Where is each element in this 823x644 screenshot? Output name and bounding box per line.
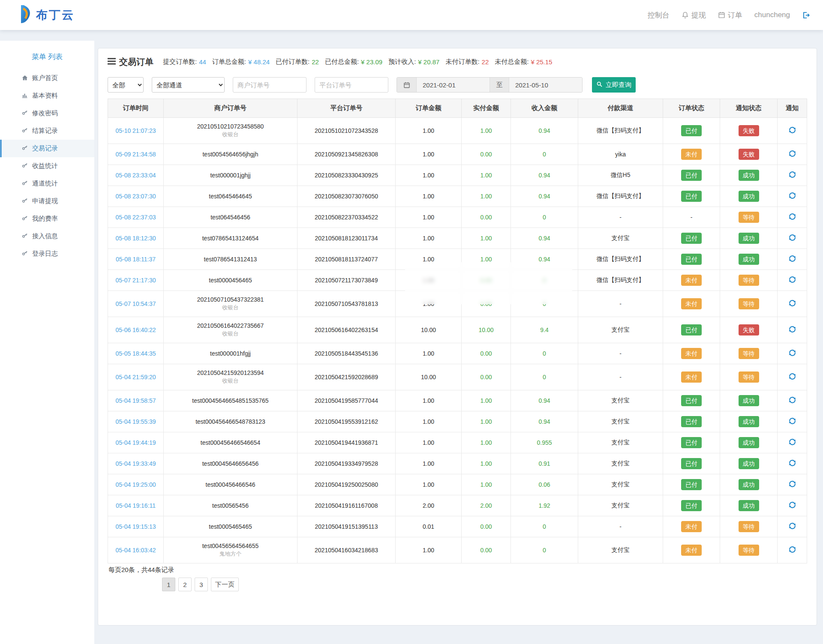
platform-order-input[interactable] [315, 77, 388, 93]
page-button-2[interactable]: 2 [178, 578, 192, 591]
notify-status-badge: 等待 [739, 545, 759, 556]
refresh-notify-button[interactable] [787, 479, 797, 490]
sidebar-item-交易记录[interactable]: 交易记录 [0, 140, 94, 157]
platform-order-cell: 2021050419161167008 [297, 495, 396, 516]
order-time-cell[interactable]: 05-07 21:17:30 [108, 270, 164, 291]
refresh-notify-button[interactable] [787, 212, 797, 223]
order-time-cell[interactable]: 05-05 18:44:35 [108, 343, 164, 364]
refresh-notify-button[interactable] [787, 458, 797, 469]
sidebar-item-通道统计[interactable]: 通道统计 [0, 175, 94, 192]
refresh-notify-button[interactable] [787, 545, 797, 556]
channel-select[interactable]: 全部通道 [152, 77, 225, 93]
order-status-badge: 已付 [681, 170, 702, 181]
order-status-badge: 已付 [681, 395, 702, 406]
platform-order-cell: 2021050518443545136 [297, 343, 396, 364]
refresh-notify-button[interactable] [787, 275, 797, 286]
order-time-cell[interactable]: 05-04 19:33:49 [108, 453, 164, 474]
refresh-notify-button[interactable] [787, 416, 797, 427]
refresh-notify-button[interactable] [787, 348, 797, 359]
paid-amount-cell: 0.00 [462, 364, 511, 390]
paid-amount-cell: 1.00 [462, 390, 511, 411]
order-time-cell[interactable]: 05-08 18:11:37 [108, 249, 164, 270]
order-time-cell[interactable]: 05-09 21:34:58 [108, 144, 164, 165]
payment-channel-cell: 微信【扫码支付】 [578, 249, 663, 270]
sidebar-item-登录日志[interactable]: 登录日志 [0, 245, 94, 263]
merchant-order-cell: test000456466546654 [164, 432, 297, 453]
platform-order-cell: 2021050419151395113 [297, 516, 396, 537]
date-to-input[interactable] [509, 78, 582, 92]
order-status-badge: 已付 [681, 191, 702, 202]
search-button[interactable]: 立即查询 [592, 77, 636, 93]
order-time-cell[interactable]: 05-07 10:54:37 [108, 291, 164, 317]
income-amount-cell: 0.94 [511, 249, 578, 270]
order-time-cell[interactable]: 05-04 19:58:57 [108, 390, 164, 411]
order-status-cell: 已付 [663, 495, 720, 516]
sidebar-item-基本资料[interactable]: 基本资料 [0, 87, 94, 105]
sidebar-item-结算记录[interactable]: 结算记录 [0, 122, 94, 140]
sidebar-item-账户首页[interactable]: 账户首页 [0, 69, 94, 87]
notify-action-cell [778, 474, 807, 495]
nav-withdraw[interactable]: 提现 [682, 10, 706, 20]
page-button-1[interactable]: 1 [162, 578, 175, 591]
table-row: 05-04 19:58:57 test00045646654851535765 … [108, 390, 807, 411]
merchant-order-cell: test0786541312413 [164, 249, 297, 270]
refresh-notify-button[interactable] [787, 437, 797, 448]
stat-item: 未付总金额:¥ 25.15 [495, 58, 552, 66]
order-time-cell[interactable]: 05-04 16:03:42 [108, 537, 164, 563]
nav-console[interactable]: 控制台 [648, 10, 670, 20]
sidebar-item-收益统计[interactable]: 收益统计 [0, 157, 94, 175]
date-from-input[interactable] [417, 78, 490, 92]
refresh-notify-button[interactable] [787, 170, 797, 181]
refresh-notify-button[interactable] [787, 125, 797, 136]
refresh-notify-button[interactable] [787, 254, 797, 265]
order-time-cell[interactable]: 05-08 18:12:30 [108, 228, 164, 249]
paid-amount-cell: 0.00 [462, 270, 511, 291]
order-time-cell[interactable]: 05-06 16:40:22 [108, 317, 164, 343]
nav-withdraw-label: 提现 [691, 10, 706, 20]
notify-status-cell: 成功 [720, 432, 778, 453]
nav-orders[interactable]: 订单 [718, 10, 742, 20]
order-time-cell[interactable]: 05-08 23:07:30 [108, 186, 164, 207]
nav-username[interactable]: chuncheng [754, 11, 790, 19]
order-time-cell[interactable]: 05-08 23:33:04 [108, 165, 164, 186]
order-time-cell[interactable]: 05-08 22:37:03 [108, 207, 164, 228]
order-amount-cell: 1.00 [396, 432, 462, 453]
order-amount-cell: 0.01 [396, 516, 462, 537]
logout-button[interactable] [802, 11, 810, 19]
order-time-cell[interactable]: 05-04 19:44:19 [108, 432, 164, 453]
next-page-button[interactable]: 下一页 [211, 578, 239, 591]
refresh-notify-button[interactable] [787, 521, 797, 532]
notify-status-cell: 等待 [720, 364, 778, 390]
refresh-notify-button[interactable] [787, 149, 797, 160]
refresh-notify-button[interactable] [787, 233, 797, 244]
order-time-cell[interactable]: 05-04 19:25:00 [108, 474, 164, 495]
refresh-notify-button[interactable] [787, 395, 797, 406]
page-button-3[interactable]: 3 [195, 578, 208, 591]
order-time-cell[interactable]: 05-04 19:16:11 [108, 495, 164, 516]
refresh-notify-button[interactable] [787, 500, 797, 511]
refresh-notify-button[interactable] [787, 371, 797, 383]
sidebar-item-我的费率[interactable]: 我的费率 [0, 210, 94, 228]
notify-action-cell [778, 364, 807, 390]
refresh-notify-button[interactable] [787, 191, 797, 202]
notify-status-cell: 等待 [720, 291, 778, 317]
sidebar-item-申请提现[interactable]: 申请提现 [0, 192, 94, 210]
merchant-order-input[interactable] [233, 77, 306, 93]
sidebar-item-接入信息[interactable]: 接入信息 [0, 228, 94, 245]
order-time-cell[interactable]: 05-04 19:15:13 [108, 516, 164, 537]
income-amount-cell: 0 [511, 144, 578, 165]
refresh-notify-button[interactable] [787, 298, 797, 309]
order-time-cell[interactable]: 05-04 19:55:39 [108, 411, 164, 432]
order-status-cell: 已付 [663, 390, 720, 411]
stat-item: 已付订单数:22 [276, 58, 319, 66]
order-amount-cell: 1.00 [396, 343, 462, 364]
order-status-badge: 已付 [681, 500, 702, 511]
sidebar-item-修改密码[interactable]: 修改密码 [0, 105, 94, 122]
notify-status-cell: 等待 [720, 207, 778, 228]
order-time-cell[interactable]: 05-10 21:07:23 [108, 118, 164, 144]
order-amount-cell: 10.00 [396, 317, 462, 343]
refresh-notify-button[interactable] [787, 324, 797, 335]
order-amount-cell: 1.00 [396, 291, 462, 317]
order-type-select[interactable]: 全部 [108, 77, 144, 93]
order-time-cell[interactable]: 05-04 21:59:20 [108, 364, 164, 390]
